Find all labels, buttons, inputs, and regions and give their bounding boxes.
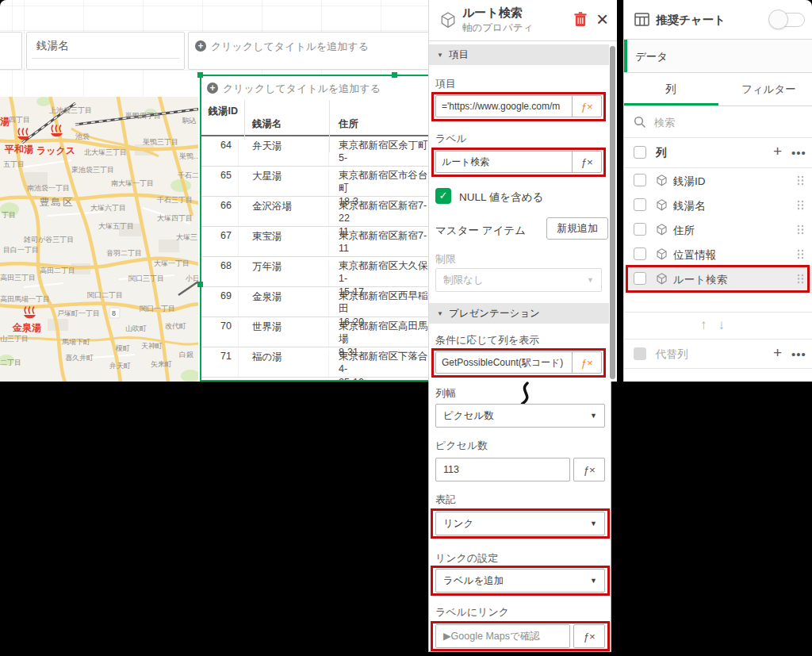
field-checkbox[interactable]	[634, 174, 646, 186]
fx-expression-icon[interactable]: ƒ×	[572, 96, 601, 117]
alternative-checkbox	[634, 347, 646, 360]
straight-table-object[interactable]: + クリックしてタイトルを追加する 銭湯ID 銭湯名 住所 64 弁天湯 東京都…	[201, 76, 428, 382]
table-row[interactable]: 67 東宝湯 東京都新宿区新宿7-11	[201, 227, 428, 257]
delete-trash-icon[interactable]	[574, 12, 587, 27]
map-label: 二丁目	[0, 359, 21, 366]
columns-group-header: 列 + •••	[624, 138, 812, 168]
conditional-expression-input[interactable]: GetPossibleCount(駅コード) ƒ×	[435, 351, 602, 374]
table-row[interactable]: 66 金沢浴場 東京都新宿区新宿7-2211	[201, 197, 428, 227]
field-checkbox[interactable]	[634, 223, 646, 236]
pixel-count-input[interactable]: 113	[435, 458, 570, 481]
field-checkbox[interactable]	[634, 198, 646, 211]
column-width-dropdown[interactable]: ピクセル数 ▼	[435, 404, 605, 428]
map-object[interactable]: …四丁目上池袋三丁目巣鴨四丁目駒込池袋巣鴨三丁目北大塚三丁目巣鴨…五丁目東池袋三…	[0, 97, 198, 382]
item-expression-input[interactable]: ='https://www.google.com/m ƒ×	[435, 95, 602, 117]
map-label: 丁目	[2, 211, 16, 219]
restriction-label: 制限	[435, 252, 456, 267]
map-label: 矢来町	[151, 360, 172, 368]
table-row[interactable]: 64 弁天湯 東京都新宿区余丁町5-	[201, 136, 428, 167]
field-checkbox[interactable]	[634, 247, 646, 260]
chart-suggestions-toggle[interactable]	[772, 13, 805, 27]
field-row[interactable]: 住所	[624, 217, 812, 242]
include-null-checkbox[interactable]: ✓	[435, 188, 451, 204]
tab-filter[interactable]: フィルター	[741, 82, 796, 97]
close-icon[interactable]: ×	[596, 11, 608, 27]
table-row[interactable]: 69 金泉湯 東京都新宿区西早稲田16-20	[201, 287, 428, 317]
bath-marker-label[interactable]: ラックス	[36, 145, 75, 156]
assets-title: 推奨チャート	[656, 13, 726, 28]
table-row[interactable]: 68 万年湯 東京都新宿区大久保1-15-17	[201, 257, 428, 287]
drag-handle-icon[interactable]	[797, 175, 804, 186]
label-link-input[interactable]: ▶Google Mapsで確認	[435, 624, 570, 648]
arrow-down-icon[interactable]: ↓	[718, 317, 737, 332]
more-options-icon[interactable]: •••	[791, 146, 806, 159]
link-setting-dropdown[interactable]: ラベルを追加 ▼	[435, 569, 605, 593]
search-row[interactable]: 検索	[624, 106, 812, 138]
filter-pane-label: 銭湯名	[27, 33, 184, 53]
field-row[interactable]: ルート検索	[624, 267, 812, 291]
screenshot-root: 銭湯名 + クリックしてタイトルを追加する	[0, 0, 812, 656]
label-field-label: ラベル	[435, 132, 467, 146]
bath-marker-label[interactable]: 金泉湯	[12, 322, 42, 333]
master-item-label: マスター アイテム	[435, 224, 526, 238]
add-column-icon[interactable]: +	[773, 145, 782, 158]
sheet-area: 銭湯名 + クリックしてタイトルを追加する	[0, 0, 428, 382]
drag-handle-icon[interactable]	[797, 274, 804, 284]
cell-name: 弁天湯	[244, 140, 329, 166]
new-add-button[interactable]: 新規追加	[546, 217, 608, 240]
map-chart[interactable]: …四丁目上池袋三丁目巣鴨四丁目駒込池袋巣鴨三丁目北大塚三丁目巣鴨…五丁目東池袋三…	[0, 97, 198, 382]
fx-expression-icon[interactable]: ƒ×	[573, 458, 605, 481]
drag-handle-icon[interactable]	[797, 200, 804, 210]
arrow-up-icon[interactable]: ↑	[700, 317, 718, 332]
data-section-header[interactable]: データ	[624, 40, 812, 73]
label-link-label: ラベルにリンク	[435, 605, 509, 620]
table-row[interactable]: 65 大星湯 東京都新宿区市谷台町18-3	[201, 167, 428, 197]
bath-marker-label[interactable]: 湯	[0, 116, 10, 127]
panel-scrollbar[interactable]	[610, 46, 615, 379]
section-header-presentation[interactable]: ▼ プレゼンテーション	[429, 303, 609, 324]
add-alternative-icon[interactable]: +	[773, 347, 782, 359]
map-route-badge-text: 8	[112, 309, 116, 317]
map-label: 北大塚三丁目	[84, 148, 127, 156]
field-checkbox[interactable]	[634, 272, 646, 285]
fx-expression-icon[interactable]: ƒ×	[572, 352, 601, 373]
notation-dropdown[interactable]: リンク ▼	[435, 512, 605, 535]
column-header-id[interactable]: 銭湯ID	[201, 100, 245, 140]
cube-icon	[656, 248, 668, 260]
field-row[interactable]: 銭湯名	[624, 193, 812, 217]
drag-handle-icon[interactable]	[797, 224, 804, 235]
toggle-knob[interactable]	[768, 10, 788, 29]
cube-icon	[656, 175, 668, 186]
fx-expression-icon[interactable]: ƒ×	[572, 152, 601, 172]
add-icon: +	[207, 82, 218, 94]
table-title-placeholder[interactable]: + クリックしてタイトルを追加する	[201, 76, 428, 102]
label-input[interactable]: ルート検索 ƒ×	[435, 151, 602, 173]
table-row[interactable]: 70 世界湯 東京都新宿区高田馬場8-31	[201, 317, 428, 347]
search-icon	[634, 116, 646, 129]
sento-table-rows: 64 弁天湯 東京都新宿区余丁町5- 65 大星湯 東京都新宿区市谷台町18-3…	[201, 136, 428, 378]
include-null-label: NULL 値を含める	[459, 190, 543, 205]
bath-marker-label[interactable]: 平和湯	[4, 144, 34, 155]
table-row[interactable]: 71 福の湯 東京都新宿区下落合4-25-10	[201, 347, 428, 378]
column-header-address[interactable]: 住所	[329, 100, 428, 131]
field-label: 位置情報	[673, 248, 716, 263]
fx-expression-icon[interactable]: ƒ×	[573, 624, 605, 648]
chart-table-icon	[634, 13, 649, 26]
divider	[32, 58, 179, 59]
field-row[interactable]: 位置情報	[624, 242, 812, 267]
map-label: 東池袋三丁目	[71, 166, 114, 174]
filter-pane-partial[interactable]	[0, 32, 22, 70]
tab-columns[interactable]: 列	[665, 82, 676, 97]
cell-id: 66	[201, 200, 239, 226]
empty-chart-title-placeholder[interactable]: + クリックしてタイトルを追加する	[188, 32, 434, 70]
section-header-item[interactable]: ▼ 項目	[429, 44, 609, 65]
field-row[interactable]: 銭湯ID	[624, 168, 812, 193]
cube-icon	[656, 273, 668, 285]
select-all-checkbox[interactable]	[634, 146, 646, 159]
filter-pane-sento-name[interactable]: 銭湯名	[26, 32, 185, 70]
chevron-down-icon: ▼	[587, 276, 601, 284]
map-label: 関口一丁目	[140, 305, 175, 313]
more-options-icon[interactable]: •••	[791, 347, 806, 361]
drag-handle-icon[interactable]	[797, 249, 804, 259]
title-placeholder-text: クリックしてタイトルを追加する	[211, 40, 369, 54]
